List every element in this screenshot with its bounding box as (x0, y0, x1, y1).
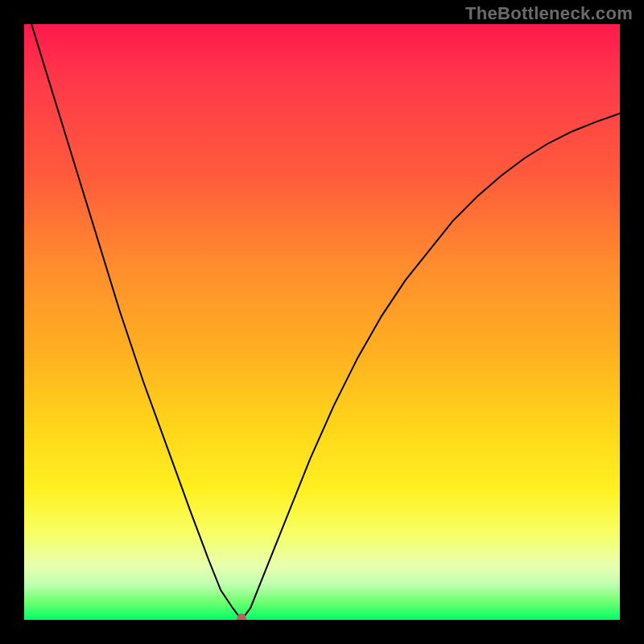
watermark-text: TheBottleneck.com (465, 3, 633, 24)
chart-frame: TheBottleneck.com (0, 0, 644, 644)
bottleneck-curve (24, 24, 620, 620)
plot-area (24, 24, 620, 620)
curve-svg (24, 24, 620, 620)
